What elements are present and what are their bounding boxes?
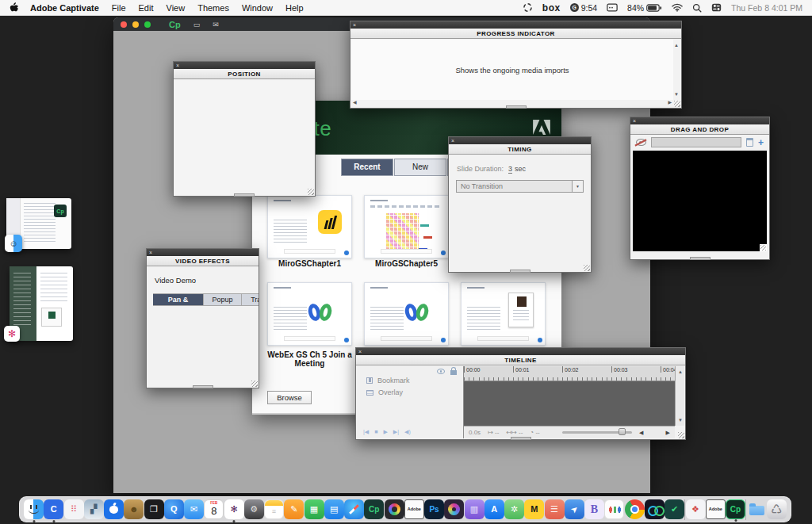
tab-transitions[interactable]: Trans xyxy=(242,294,259,305)
lock-icon[interactable] xyxy=(450,370,457,375)
dock-creative-cloud[interactable] xyxy=(385,499,404,519)
dock-app-c[interactable]: C xyxy=(44,499,63,519)
sync-pinwheel-icon[interactable] xyxy=(523,2,533,13)
dock-apple-store[interactable] xyxy=(104,499,124,519)
dock-node-graph[interactable]: ✲ xyxy=(504,499,524,519)
interaction-name-field[interactable] xyxy=(651,137,741,147)
slide-duration-value[interactable]: 3 xyxy=(508,165,512,174)
tab-new[interactable]: New xyxy=(394,159,446,176)
timeline-ruler[interactable]: 00:0000:0100:0200:0300:0400:0500:06 xyxy=(464,366,675,381)
play-button[interactable]: ▶ xyxy=(383,429,387,435)
close-panel-icon[interactable]: × xyxy=(451,138,454,143)
mail-toolbar-icon[interactable]: ✉ xyxy=(213,21,219,29)
dock-todo-check[interactable]: ✔ xyxy=(665,499,684,519)
browse-button[interactable]: Browse xyxy=(267,391,312,404)
dock-finder[interactable] xyxy=(24,499,44,519)
dock-notes[interactable]: ≡ xyxy=(264,499,284,519)
scroll-left-icon[interactable]: ◀ xyxy=(353,100,357,105)
scroll-down-icon[interactable]: ▼ xyxy=(678,418,683,423)
hscroll-nub[interactable] xyxy=(510,270,530,273)
project-thumbnail-contact[interactable] xyxy=(461,282,546,346)
zoom-slider-thumb[interactable] xyxy=(619,428,626,435)
dock-video-clapper[interactable]: ▥ xyxy=(465,499,485,519)
dragdrop-stage[interactable] xyxy=(633,151,767,251)
close-panel-icon[interactable]: × xyxy=(176,63,179,68)
dock-pages[interactable]: ✎ xyxy=(284,499,304,519)
scroll-right-icon[interactable]: ▶ xyxy=(668,100,672,105)
tab-pan-zoom[interactable]: Pan & Zoom xyxy=(153,294,204,305)
dock-webex[interactable] xyxy=(645,499,665,519)
panel-title[interactable]: VIDEO EFFECTS xyxy=(147,256,259,266)
go-end-button[interactable]: ▶| xyxy=(393,429,399,435)
slack-icon[interactable]: ✻ xyxy=(4,326,20,342)
dock-installer-puzzle[interactable]: ❖ xyxy=(686,499,706,519)
dropdown-arrow-icon[interactable]: ▼ xyxy=(572,181,583,192)
tab-popup[interactable]: Popup xyxy=(204,294,242,305)
scroll-right-icon[interactable]: ▶ xyxy=(666,430,670,436)
resize-grip[interactable] xyxy=(674,101,680,107)
apple-menu-icon[interactable] xyxy=(10,2,19,13)
dock-pointer-blue[interactable]: ➤ xyxy=(565,499,584,519)
eye-off-icon[interactable] xyxy=(636,139,646,146)
dock-chrome[interactable] xyxy=(625,499,645,519)
dock-miro[interactable]: M xyxy=(524,499,544,519)
panel-title[interactable]: TIMELINE xyxy=(356,355,685,365)
visibility-eye-icon[interactable] xyxy=(437,369,445,374)
dock-slack[interactable]: ✻ xyxy=(224,499,244,519)
dock-adobe-box[interactable]: Adobe xyxy=(706,499,726,519)
stop-button[interactable]: ■ xyxy=(374,429,377,435)
dock-photoshop[interactable]: Ps xyxy=(424,499,444,519)
resize-grip[interactable] xyxy=(308,189,314,195)
close-panel-icon[interactable]: × xyxy=(358,349,362,354)
display-icon[interactable] xyxy=(607,3,618,12)
resize-grip[interactable] xyxy=(251,381,258,387)
project-thumbnail-miro1[interactable] xyxy=(267,195,352,258)
close-panel-icon[interactable]: × xyxy=(353,22,356,28)
hscroll-nub[interactable] xyxy=(234,193,255,197)
menu-edit[interactable]: Edit xyxy=(139,3,154,13)
timeline-row-overlay[interactable]: Overlay xyxy=(366,388,463,396)
audio-button[interactable]: ◀) xyxy=(404,429,411,435)
menu-file[interactable]: File xyxy=(112,3,126,13)
project-thumbnail-miro5[interactable] xyxy=(364,195,449,258)
timeline-track-area[interactable] xyxy=(464,381,675,426)
resize-grip[interactable] xyxy=(678,432,684,438)
dock-contacts-gold[interactable]: ☻ xyxy=(124,499,144,519)
box-logo[interactable]: box xyxy=(542,2,561,13)
resize-grip[interactable] xyxy=(760,244,767,251)
dock-captivate[interactable]: Cp xyxy=(726,499,745,519)
project-thumbnail-webex2[interactable] xyxy=(364,282,449,346)
dock-system-settings[interactable]: ⚙ xyxy=(244,499,264,519)
hscroll-nub[interactable] xyxy=(511,437,531,440)
dock-mail[interactable]: ✉ xyxy=(184,499,204,519)
close-panel-icon[interactable]: × xyxy=(633,118,636,124)
wifi-icon[interactable] xyxy=(672,3,683,12)
dock-downloads-folder[interactable] xyxy=(747,499,767,519)
dock-quicktime[interactable]: Q xyxy=(164,499,184,519)
panel-title[interactable]: PROGRESS INDICATOR xyxy=(350,29,681,39)
dock-media-disc[interactable] xyxy=(444,499,464,519)
go-start-button[interactable]: |◀ xyxy=(363,429,369,435)
preview-monitor-icon[interactable]: ▭ xyxy=(193,21,201,29)
battery-status[interactable]: 84% xyxy=(627,3,662,13)
dock-adobe-app[interactable]: Adobe xyxy=(404,499,424,519)
menu-themes[interactable]: Themes xyxy=(197,3,229,13)
timer-status[interactable]: G 9:54 xyxy=(570,3,597,13)
dock-keynote[interactable]: ▤ xyxy=(324,499,344,519)
menu-window[interactable]: Window xyxy=(242,3,273,13)
close-panel-icon[interactable]: × xyxy=(149,250,152,255)
trash-icon[interactable] xyxy=(746,138,753,147)
close-window-button[interactable] xyxy=(121,21,127,28)
menu-app-name[interactable]: Adobe Captivate xyxy=(30,3,99,13)
control-center-icon[interactable] xyxy=(711,3,722,12)
dock-media-ovals[interactable] xyxy=(604,499,624,519)
menu-clock[interactable]: Thu Feb 8 4:01 PM xyxy=(731,3,802,13)
dock-safari[interactable] xyxy=(344,499,364,519)
scroll-left-icon[interactable]: ◀ xyxy=(639,430,643,436)
dock-desktop-preview[interactable]: ▞ xyxy=(84,499,104,519)
dock-app-b[interactable]: B xyxy=(584,499,604,519)
add-icon[interactable]: + xyxy=(758,139,764,147)
timeline-row-bookmark[interactable]: Bookmark xyxy=(366,377,463,384)
zoom-window-button[interactable] xyxy=(144,21,151,28)
scroll-up-icon[interactable]: ▲ xyxy=(678,369,683,374)
